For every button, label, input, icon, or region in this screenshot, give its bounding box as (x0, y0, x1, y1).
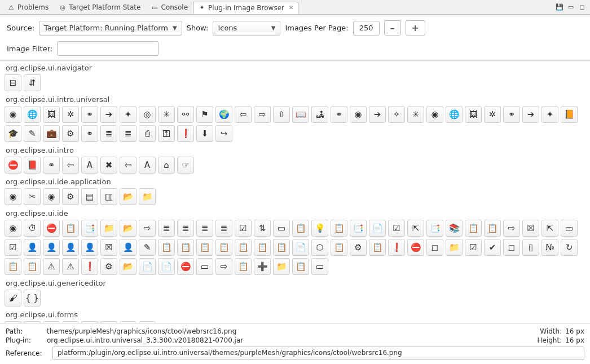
image-icon-button[interactable]: ⇨ (139, 220, 156, 237)
image-icon-button[interactable]: 📁 (100, 220, 117, 237)
image-icon-button[interactable]: 🏞 (311, 106, 328, 123)
image-icon-button[interactable]: ◉ (5, 188, 21, 205)
image-icon-button[interactable]: 📋 (465, 220, 482, 237)
image-icon-button[interactable]: ◉ (5, 220, 21, 237)
maximize-icon[interactable]: ◻ (578, 3, 587, 12)
image-icon-button[interactable]: ⬡ (311, 239, 328, 256)
image-icon-button[interactable]: 📑 (81, 220, 98, 237)
minimize-icon[interactable]: ▭ (566, 3, 575, 12)
image-icon-button[interactable]: ✦ (541, 106, 558, 123)
image-icon-button[interactable]: 🎓 (5, 125, 21, 142)
image-icon-button[interactable]: 📖 (292, 106, 309, 123)
image-icon-button[interactable]: ▭ (273, 220, 290, 237)
image-icon-button[interactable]: 🖌 (5, 290, 21, 307)
image-icon-button[interactable]: ◻ (426, 239, 443, 256)
image-icon-button[interactable]: ⛔ (43, 220, 60, 237)
show-dropdown[interactable]: Icons ▼ (213, 21, 280, 35)
image-icon-button[interactable]: ☞ (177, 157, 194, 174)
image-icon-button[interactable]: 📋 (62, 220, 79, 237)
image-icon-button[interactable]: ❗ (388, 239, 405, 256)
image-icon-button[interactable]: 📋 (292, 258, 309, 275)
image-icon-button[interactable]: ⚙ (100, 258, 117, 275)
image-icon-button[interactable]: № (541, 239, 558, 256)
image-icon-button[interactable]: ◉ (350, 106, 367, 123)
image-icon-button[interactable]: ⇨ (503, 220, 520, 237)
image-icon-button[interactable]: 📙 (561, 106, 578, 123)
image-icon-button[interactable]: ☒ (522, 220, 539, 237)
image-icon-button[interactable]: 📋 (177, 239, 194, 256)
image-icon-button[interactable]: 👤 (81, 239, 98, 256)
image-icon-button[interactable]: ⇨ (254, 106, 271, 123)
image-icon-button[interactable]: 📕 (24, 157, 41, 174)
image-icon-button[interactable]: 📑 (426, 220, 443, 237)
image-icon-button[interactable]: ⏱ (24, 220, 41, 237)
image-icon-button[interactable]: 📋 (235, 258, 252, 275)
image-icon-button[interactable]: ▯ (522, 239, 539, 256)
image-icon-button[interactable]: ✲ (62, 106, 79, 123)
image-icon-button[interactable]: ➔ (369, 106, 386, 123)
image-icon-button[interactable]: ☒ (100, 239, 117, 256)
image-icon-button[interactable]: ≣ (120, 125, 137, 142)
image-icon-button[interactable]: ⚑ (196, 106, 213, 123)
image-icon-button[interactable]: ⇦ (235, 106, 252, 123)
image-icon-button[interactable]: A (81, 157, 98, 174)
image-icon-button[interactable]: ⚙ (62, 125, 79, 142)
image-icon-button[interactable]: ▭ (311, 258, 328, 275)
image-icon-button[interactable]: ⬇ (196, 125, 213, 142)
image-icon-button[interactable]: 📋 (273, 239, 290, 256)
image-icon-button[interactable]: ▭ (561, 220, 578, 237)
image-icon-button[interactable]: 📄 (292, 239, 309, 256)
tab-console[interactable]: ▭Console (146, 1, 193, 14)
save-icon[interactable]: 💾 (555, 3, 564, 12)
image-icon-button[interactable]: ☑ (235, 220, 252, 237)
source-dropdown[interactable]: Target Platform: Running Platform ▼ (39, 21, 182, 35)
image-icon-button[interactable]: ✳ (407, 106, 424, 123)
image-icon-button[interactable]: ✖ (100, 157, 117, 174)
image-icon-button[interactable]: ⊟ (5, 74, 21, 91)
image-icon-button[interactable]: ⇦ (62, 157, 79, 174)
tab-plug-in-image-browser[interactable]: ✦Plug-in Image Browser✕ (193, 2, 298, 14)
image-icon-button[interactable]: ≣ (177, 220, 194, 237)
image-icon-button[interactable]: ➕ (254, 258, 271, 275)
image-icon-button[interactable]: 📋 (24, 258, 41, 275)
image-icon-button[interactable]: ✧ (388, 106, 405, 123)
image-icon-button[interactable]: ⎙ (139, 125, 156, 142)
image-filter-input[interactable] (57, 41, 158, 56)
image-icon-button[interactable]: 📂 (120, 188, 137, 205)
image-icon-button[interactable]: ⇱ (541, 220, 558, 237)
image-icon-button[interactable]: 💡 (311, 220, 328, 237)
image-icon-button[interactable]: 👤 (43, 239, 60, 256)
image-icon-button[interactable]: 📄 (369, 220, 386, 237)
image-icon-button[interactable]: ☑ (388, 220, 405, 237)
image-icon-button[interactable]: ⚯ (177, 106, 194, 123)
image-icon-button[interactable]: ➔ (100, 106, 117, 123)
image-icon-button[interactable]: 👤 (62, 239, 79, 256)
image-icon-button[interactable]: ⚠ (62, 258, 79, 275)
image-icon-button[interactable]: 📋 (215, 239, 232, 256)
image-icon-button[interactable]: ≣ (100, 125, 117, 142)
image-icon-button[interactable]: ⚙ (62, 188, 79, 205)
ipp-input[interactable]: 250 (353, 21, 380, 35)
ipp-decrement-button[interactable]: – (384, 20, 401, 35)
image-icon-button[interactable]: 👤 (120, 239, 137, 256)
image-icon-button[interactable]: ◉ (5, 106, 21, 123)
image-icon-button[interactable]: ⌂ (158, 157, 175, 174)
image-icon-button[interactable]: 🌐 (24, 106, 41, 123)
image-icon-button[interactable]: ⚙ (350, 239, 367, 256)
image-icon-button[interactable]: ✎ (24, 125, 41, 142)
image-icon-button[interactable]: ❗ (81, 258, 98, 275)
image-icon-button[interactable]: 📁 (139, 188, 156, 205)
image-icon-button[interactable]: ✂ (24, 188, 41, 205)
image-icon-button[interactable]: 📁 (446, 239, 463, 256)
image-icon-button[interactable]: ▥ (100, 188, 117, 205)
image-icon-button[interactable]: ✦ (120, 106, 137, 123)
tab-target-platform-state[interactable]: ◎Target Platform State (54, 1, 146, 14)
image-icon-button[interactable]: 💼 (43, 125, 60, 142)
image-icon-button[interactable]: 📋 (331, 220, 347, 237)
image-icon-button[interactable]: ↻ (561, 239, 578, 256)
image-icon-button[interactable]: 📄 (158, 258, 175, 275)
image-icon-button[interactable]: ⚭ (503, 106, 520, 123)
image-icon-button[interactable]: 📋 (331, 239, 347, 256)
image-icon-button[interactable]: ✲ (484, 106, 501, 123)
image-icon-button[interactable]: ☑ (5, 239, 21, 256)
